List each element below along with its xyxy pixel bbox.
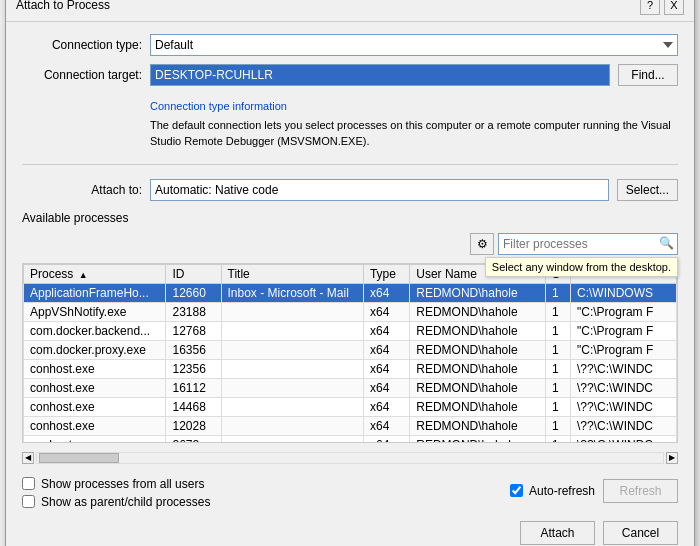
table-cell: REDMOND\hahole bbox=[410, 321, 546, 340]
scroll-right-btn[interactable]: ▶ bbox=[666, 452, 678, 464]
table-cell: "C:\Program F bbox=[570, 340, 676, 359]
connection-info-title: Connection type information bbox=[150, 98, 678, 115]
table-cell: 12028 bbox=[166, 416, 221, 435]
filter-wrap: 🔍 Select any window from the desktop. bbox=[498, 233, 678, 255]
find-button[interactable]: Find... bbox=[618, 64, 678, 86]
auto-refresh-label: Auto-refresh bbox=[529, 484, 595, 498]
connection-type-row: Connection type: Default bbox=[22, 34, 678, 56]
table-row[interactable]: conhost.exe12356x64REDMOND\hahole1\??\C:… bbox=[24, 359, 677, 378]
auto-refresh-checkbox[interactable] bbox=[510, 484, 523, 497]
connection-info-text: The default connection lets you select p… bbox=[150, 117, 678, 150]
filter-input[interactable] bbox=[498, 233, 678, 255]
action-buttons: Attach Cancel bbox=[22, 521, 678, 545]
help-button[interactable]: ? bbox=[640, 0, 660, 15]
hscrollbar[interactable] bbox=[36, 452, 664, 464]
attach-to-process-dialog: Attach to Process ? X Connection type: D… bbox=[5, 0, 695, 546]
table-cell: \??\C:\WINDC bbox=[570, 378, 676, 397]
table-cell: 14468 bbox=[166, 397, 221, 416]
table-cell: \??\C:\WINDC bbox=[570, 359, 676, 378]
show-all-users-checkbox[interactable] bbox=[22, 477, 35, 490]
process-table: Process ▲ ID Title Type User Name S Appl… bbox=[23, 264, 677, 443]
table-cell: conhost.exe bbox=[24, 359, 166, 378]
show-all-users-row: Show processes from all users bbox=[22, 477, 210, 491]
close-button[interactable]: X bbox=[664, 0, 684, 15]
select-window-tooltip: Select any window from the desktop. bbox=[485, 257, 678, 277]
table-row[interactable]: conhost.exe16112x64REDMOND\hahole1\??\C:… bbox=[24, 378, 677, 397]
table-row[interactable]: conhost.exe14468x64REDMOND\hahole1\??\C:… bbox=[24, 397, 677, 416]
connection-info-box: Connection type information The default … bbox=[150, 94, 678, 154]
table-cell: REDMOND\hahole bbox=[410, 378, 546, 397]
table-cell bbox=[221, 340, 363, 359]
connection-type-select[interactable]: Default bbox=[150, 34, 678, 56]
cancel-button[interactable]: Cancel bbox=[603, 521, 678, 545]
divider-1 bbox=[22, 164, 678, 165]
table-cell: \??\C:\WINDC bbox=[570, 397, 676, 416]
show-all-users-label: Show processes from all users bbox=[41, 477, 204, 491]
table-row[interactable]: AppVShNotify.exe23188x64REDMOND\hahole1"… bbox=[24, 302, 677, 321]
table-cell: com.docker.proxy.exe bbox=[24, 340, 166, 359]
table-cell bbox=[221, 378, 363, 397]
available-processes-header: Available processes bbox=[22, 211, 678, 225]
dialog-content: Connection type: Default Connection targ… bbox=[6, 22, 694, 546]
table-cell bbox=[221, 416, 363, 435]
table-cell: 1 bbox=[546, 321, 571, 340]
table-row[interactable]: com.docker.backend...12768x64REDMOND\hah… bbox=[24, 321, 677, 340]
table-cell: 16112 bbox=[166, 378, 221, 397]
col-id[interactable]: ID bbox=[166, 264, 221, 283]
table-row[interactable]: conhost.exe2672x64REDMOND\hahole1\??\C:\… bbox=[24, 435, 677, 443]
connection-target-row: Connection target: Find... bbox=[22, 64, 678, 86]
table-cell: ApplicationFrameHo... bbox=[24, 283, 166, 302]
connection-type-label: Connection type: bbox=[22, 38, 142, 52]
table-cell: REDMOND\hahole bbox=[410, 283, 546, 302]
table-cell: 1 bbox=[546, 359, 571, 378]
refresh-button[interactable]: Refresh bbox=[603, 479, 678, 503]
table-cell: 12660 bbox=[166, 283, 221, 302]
sort-arrow-process: ▲ bbox=[79, 270, 88, 280]
table-cell: 1 bbox=[546, 283, 571, 302]
connection-target-label: Connection target: bbox=[22, 68, 142, 82]
col-type[interactable]: Type bbox=[363, 264, 409, 283]
table-cell: 12356 bbox=[166, 359, 221, 378]
table-row[interactable]: ApplicationFrameHo...12660Inbox - Micros… bbox=[24, 283, 677, 302]
table-cell: 12768 bbox=[166, 321, 221, 340]
select-button[interactable]: Select... bbox=[617, 179, 678, 201]
table-cell: \??\C:\WINDC bbox=[570, 435, 676, 443]
checkbox-options: Show processes from all users Show as pa… bbox=[22, 477, 210, 509]
table-cell: 1 bbox=[546, 378, 571, 397]
attach-button[interactable]: Attach bbox=[520, 521, 595, 545]
dialog-title: Attach to Process bbox=[16, 0, 110, 12]
connection-target-input[interactable] bbox=[150, 64, 610, 86]
refresh-section: Auto-refresh Refresh bbox=[510, 479, 678, 503]
hscroll-thumb[interactable] bbox=[39, 453, 119, 463]
table-cell: C:\WINDOWS bbox=[570, 283, 676, 302]
col-process[interactable]: Process ▲ bbox=[24, 264, 166, 283]
table-cell: 23188 bbox=[166, 302, 221, 321]
table-cell bbox=[221, 435, 363, 443]
table-cell: 1 bbox=[546, 397, 571, 416]
table-cell: x64 bbox=[363, 340, 409, 359]
table-cell: "C:\Program F bbox=[570, 302, 676, 321]
table-row[interactable]: conhost.exe12028x64REDMOND\hahole1\??\C:… bbox=[24, 416, 677, 435]
table-cell: REDMOND\hahole bbox=[410, 416, 546, 435]
attach-to-input[interactable] bbox=[150, 179, 609, 201]
table-row[interactable]: com.docker.proxy.exe16356x64REDMOND\haho… bbox=[24, 340, 677, 359]
attach-to-label: Attach to: bbox=[22, 183, 142, 197]
table-cell bbox=[221, 321, 363, 340]
filter-bar: ⚙ 🔍 Select any window from the desktop. bbox=[22, 233, 678, 255]
table-cell: 1 bbox=[546, 416, 571, 435]
table-cell: 2672 bbox=[166, 435, 221, 443]
show-parent-child-checkbox[interactable] bbox=[22, 495, 35, 508]
col-title[interactable]: Title bbox=[221, 264, 363, 283]
attach-to-row: Attach to: Select... bbox=[22, 179, 678, 201]
table-cell: conhost.exe bbox=[24, 416, 166, 435]
process-table-container[interactable]: Process ▲ ID Title Type User Name S Appl… bbox=[22, 263, 678, 443]
table-cell: x64 bbox=[363, 283, 409, 302]
table-cell: 1 bbox=[546, 340, 571, 359]
table-cell: REDMOND\hahole bbox=[410, 397, 546, 416]
select-window-button[interactable]: ⚙ bbox=[470, 233, 494, 255]
table-cell: x64 bbox=[363, 435, 409, 443]
table-cell: REDMOND\hahole bbox=[410, 340, 546, 359]
table-cell: conhost.exe bbox=[24, 397, 166, 416]
scroll-left-btn[interactable]: ◀ bbox=[22, 452, 34, 464]
show-parent-child-label: Show as parent/child processes bbox=[41, 495, 210, 509]
